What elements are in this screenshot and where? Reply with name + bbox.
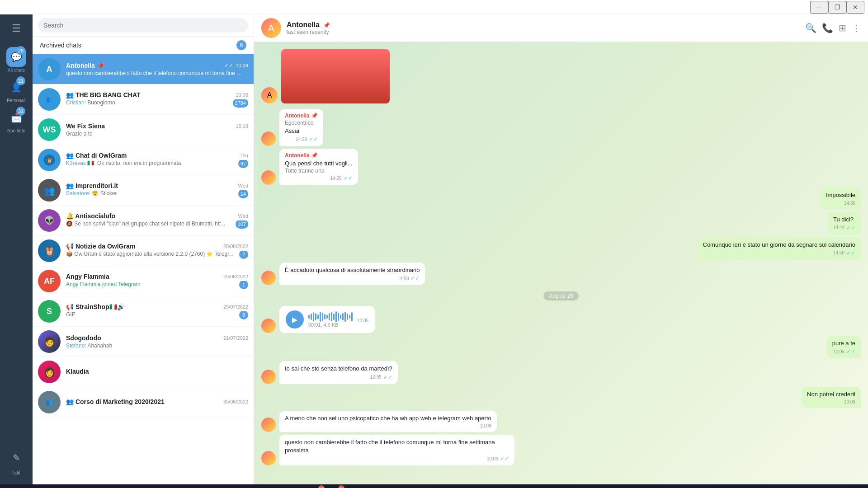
- avatar-antonella: A: [38, 58, 61, 80]
- chat-item-wefixsiena[interactable]: WS We Fix Siena 16:18 Grazie a te: [33, 115, 254, 145]
- bubble-m4: Tu dici? 14:44 ✓✓: [828, 212, 861, 235]
- waveform-bar: [313, 312, 314, 321]
- bubble-m11: A meno che non sei uno psicopatico che h…: [279, 411, 497, 432]
- avatar-klaudia: 👩: [38, 361, 61, 383]
- msg-avatar-m1: [261, 131, 276, 146]
- chat-item-angy-flammia[interactable]: AF Angy Flammia 20/08/2022 Angy Flammia …: [33, 266, 254, 296]
- sidebar-item-personal[interactable]: 21 👤 Personali: [6, 77, 26, 103]
- archived-label: Archived chats: [40, 42, 81, 49]
- archived-bar[interactable]: Archived chats 6: [33, 37, 254, 54]
- chat-item-strainshop[interactable]: S 📢 StrainShop🇮🇹🔊 29/07/2022 GIF 8: [33, 296, 254, 327]
- waveform-bar: [315, 313, 316, 320]
- waveform-bar: [326, 315, 328, 319]
- chat-preview-owlgram: K3revas 🇮🇹: Ok risolto, non era in progr…: [66, 160, 248, 168]
- msg-tick-m1: ✓✓: [309, 136, 318, 142]
- telegram-icon[interactable]: ✈ 42: [327, 484, 345, 488]
- msg-text-m8: pure a te: [832, 339, 855, 347]
- chat-name-wefixsiena: We Fix Siena: [66, 122, 105, 130]
- sidebar-item-all-chats[interactable]: 28 💬 All chats: [6, 47, 26, 73]
- chat-item-owlgram[interactable]: 🦉 👥 Chat di OwlGram Thu K3revas 🇮🇹: Ok r…: [33, 145, 254, 175]
- taskbar-apps: ⧉ ▦ 📁 N W 🦊 S ⬛ 📱 58 ✈ 42: [128, 484, 345, 488]
- chat-time-angy-flammia: 20/08/2022: [223, 274, 248, 279]
- whatsapp-icon[interactable]: 📱 58: [307, 484, 326, 488]
- bubble-m6: È accaduto qualcosa di assolutamente str…: [279, 263, 425, 285]
- menu-icon[interactable]: ☰: [8, 19, 24, 38]
- chat-preview-wefixsiena: Grazie a te: [66, 131, 248, 137]
- chat-name-sdogododo: Sdogododo: [66, 334, 101, 342]
- chat-info-corso-marketing: 👥 Corso di Marketing 2020/2021 30/06/202…: [66, 398, 248, 406]
- svg-text:👥: 👥: [44, 185, 55, 196]
- chat-name-bigbang: 👥 THE BIG BANG CHAT: [66, 91, 141, 99]
- onenote-icon[interactable]: N: [188, 484, 206, 488]
- msg-time-m8: 10:05: [833, 349, 844, 354]
- msg-subtext-m1: Egocentrico: [285, 120, 318, 126]
- edit-icon[interactable]: ✎: [10, 450, 23, 466]
- skype-icon[interactable]: S: [268, 484, 286, 488]
- chrome-icon[interactable]: [228, 484, 246, 488]
- msg-avatar-m6: [261, 271, 276, 285]
- task-view-icon[interactable]: ⧉: [128, 484, 146, 488]
- msg-subtext-m2: Tutte tranne una: [285, 168, 353, 174]
- unread-angy-flammia: 1: [239, 281, 248, 289]
- windows-start-button[interactable]: ⊞: [4, 484, 22, 488]
- chat-preview-strainshop: GIF 8: [66, 311, 248, 319]
- msg-time-m9: 10:05: [370, 375, 382, 380]
- terminal-icon[interactable]: ⬛: [288, 484, 306, 488]
- widgets-icon[interactable]: ▦: [148, 484, 166, 488]
- firefox-icon[interactable]: 🦊: [248, 484, 266, 488]
- edit-label: Edit: [12, 470, 20, 475]
- all-chats-badge: 28: [16, 46, 25, 55]
- avatar-angy-flammia: AF: [38, 270, 61, 292]
- unread-label: Non lette: [7, 128, 25, 133]
- layout-icon[interactable]: ⊞: [839, 23, 846, 33]
- chat-preview-angy-flammia: Angy Flammia joined Telegram 1: [66, 281, 248, 289]
- chat-item-imprenditori[interactable]: 👥 👥 Imprenditori.it Wed Salvatore: 😤 Sti…: [33, 175, 254, 206]
- msg-time-m11: 10:08: [480, 423, 491, 428]
- msg-footer-m12: 10:09 ✓✓: [285, 455, 509, 462]
- search-chat-icon[interactable]: 🔍: [805, 23, 816, 33]
- sender-name-m2: Antonella 📌: [285, 152, 353, 159]
- chat-time-imprenditori: Wed: [238, 183, 248, 188]
- maximize-button[interactable]: ❐: [828, 1, 846, 14]
- chat-header-info: Antonella 📌 last seen recently: [287, 21, 330, 35]
- chat-info-klaudia: Klaudia: [66, 368, 248, 376]
- message-row-m1: Antonella 📌 Egocentrico Assai 14:29 ✓✓: [261, 109, 861, 146]
- more-options-icon[interactable]: ⋮: [852, 23, 861, 33]
- msg-time-m5: 14:50: [833, 250, 844, 255]
- chat-item-klaudia[interactable]: 👩 Klaudia: [33, 357, 254, 387]
- msg-footer-m2: 14:29 ✓✓: [285, 175, 353, 181]
- message-row-m11: A meno che non sei uno psicopatico che h…: [261, 411, 861, 432]
- msg-footer-m6: 14:50 ✓✓: [285, 275, 420, 282]
- chat-item-bigbang[interactable]: 👥 👥 THE BIG BANG CHAT 10:06 Cristian: Bu…: [33, 84, 254, 115]
- waveform-bar: [311, 314, 312, 320]
- voice-play-button[interactable]: ▶: [286, 310, 304, 328]
- chat-item-notizie-owlgram[interactable]: 🦉 📢 Notizie da OwlGram 20/08/2022 📦 OwlG…: [33, 236, 254, 266]
- msg-text-m3: Impossibile: [826, 191, 855, 199]
- file-explorer-icon[interactable]: 📁: [168, 484, 186, 488]
- sidebar-bottom: ✎ Edit: [10, 450, 23, 475]
- chat-time-antonella: ✓✓ 10:09: [224, 62, 248, 69]
- phone-icon[interactable]: 📞: [822, 23, 833, 33]
- chat-item-sdogododo[interactable]: 🧑 Sdogododo 21/07/2022 Stefano: Ahahahah: [33, 327, 254, 357]
- word-icon[interactable]: W: [208, 484, 226, 488]
- chat-time-antisocialufo: Wed: [238, 213, 248, 219]
- chat-info-bigbang: 👥 THE BIG BANG CHAT 10:06 Cristian: Buon…: [66, 91, 248, 108]
- chat-item-corso-marketing[interactable]: 👥 👥 Corso di Marketing 2020/2021 30/06/2…: [33, 387, 254, 418]
- chat-preview-antonella: questo non cambierebbe il fatto che il t…: [66, 70, 248, 76]
- avatar-wefixsiena: WS: [38, 118, 61, 141]
- chat-name-imprenditori: 👥 Imprenditori.it: [66, 182, 118, 189]
- minimize-button[interactable]: —: [810, 1, 828, 14]
- header-actions: 🔍 📞 ⊞ ⋮: [805, 23, 861, 33]
- message-row-m2: Antonella 📌 Qua pensi che tutti vogli...…: [261, 149, 861, 185]
- unread-strainshop: 8: [239, 311, 248, 319]
- chat-item-antonella[interactable]: A Antonella 📌 ✓✓ 10:09 questo non cambie…: [33, 54, 254, 84]
- chat-item-antisocialufo[interactable]: 👽 🔔 Antisocialufo Wed 🔕 Se non scrivi "c…: [33, 206, 254, 236]
- sidebar-item-unread[interactable]: 31 📩 Non lette: [6, 108, 26, 133]
- close-button[interactable]: ✕: [846, 1, 864, 14]
- search-input[interactable]: [38, 18, 248, 33]
- message-row-m7: ▶: [261, 306, 861, 333]
- avatar-notizie-owlgram: 🦉: [38, 239, 61, 262]
- search-bar: [33, 14, 254, 37]
- msg-avatar-m12: [261, 451, 276, 465]
- msg-avatar-m2: [261, 170, 276, 185]
